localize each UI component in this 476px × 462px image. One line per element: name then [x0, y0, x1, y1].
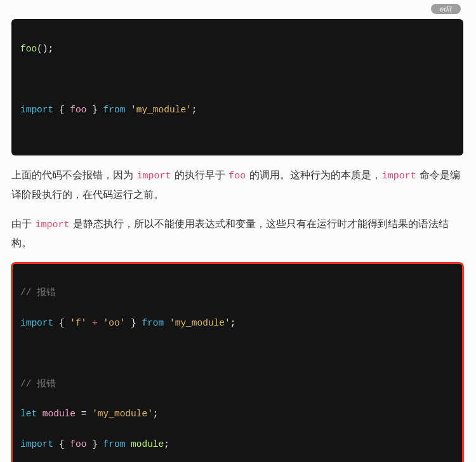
code-token: import — [20, 439, 53, 449]
code-token: foo — [70, 439, 86, 449]
code-token: { — [53, 105, 70, 115]
code-token: { — [53, 439, 70, 449]
code-comment: // 报错 — [20, 379, 56, 389]
code-token: module — [131, 439, 164, 449]
code-token: (); — [37, 44, 53, 54]
paragraph-1: 上面的代码不会报错，因为 import 的执行早于 foo 的调用。这种行为的本… — [11, 166, 463, 204]
code-token: foo — [20, 44, 37, 54]
code-token: 'my_module' — [92, 409, 153, 419]
code-token — [86, 318, 92, 328]
code-token: } — [125, 318, 142, 328]
article: edit foo(); import { foo } from 'my_modu… — [0, 0, 476, 462]
code-token: from — [103, 105, 126, 115]
text: 的执行早于 — [171, 169, 228, 180]
code-token: 'my_module' — [131, 105, 192, 115]
code-token — [98, 318, 103, 328]
code-token: import — [20, 318, 53, 328]
text: 上面的代码不会报错，因为 — [11, 169, 136, 180]
code-token: ; — [192, 105, 197, 115]
code-token — [125, 439, 131, 449]
code-token: { — [53, 318, 70, 328]
code-token — [164, 318, 169, 328]
paragraph-2: 由于 import 是静态执行，所以不能使用表达式和变量，这些只有在运行时才能得… — [11, 214, 463, 253]
code-block-2-highlighted: // 报错 import { 'f' + 'oo' } from 'my_mod… — [11, 263, 463, 462]
code-token: from — [103, 439, 126, 449]
code-token: = — [76, 409, 92, 419]
code-token: } — [86, 439, 103, 449]
code-token: 'f' — [70, 318, 86, 328]
code-token: module — [43, 409, 76, 419]
code-token: ; — [153, 409, 159, 419]
code-token — [125, 105, 131, 115]
text: 是静态执行，所以不能使用表达式和变量，这些只有在运行时才能得到结果的语法结构。 — [11, 218, 449, 249]
edit-wrap: edit — [11, 0, 463, 15]
code-token: import — [20, 105, 53, 115]
inline-code: import — [381, 171, 417, 182]
text: 由于 — [11, 218, 34, 229]
code-token: } — [86, 105, 103, 115]
edit-button[interactable]: edit — [431, 4, 461, 14]
code-token: 'oo' — [103, 318, 126, 328]
inline-code: import — [34, 220, 70, 230]
text: 的调用。这种行为的本质是， — [246, 169, 381, 180]
inline-code: foo — [228, 171, 246, 182]
code-comment: // 报错 — [20, 287, 56, 298]
code-token: ; — [164, 439, 169, 449]
code-token: ; — [230, 318, 236, 328]
inline-code: import — [136, 171, 171, 182]
code-token — [37, 409, 43, 419]
code-token: let — [20, 409, 37, 419]
code-token: from — [142, 318, 164, 328]
code-token: + — [92, 318, 98, 328]
code-block-1: foo(); import { foo } from 'my_module'; — [11, 19, 463, 155]
code-token: foo — [70, 105, 86, 115]
code-token: 'my_module' — [169, 318, 230, 328]
